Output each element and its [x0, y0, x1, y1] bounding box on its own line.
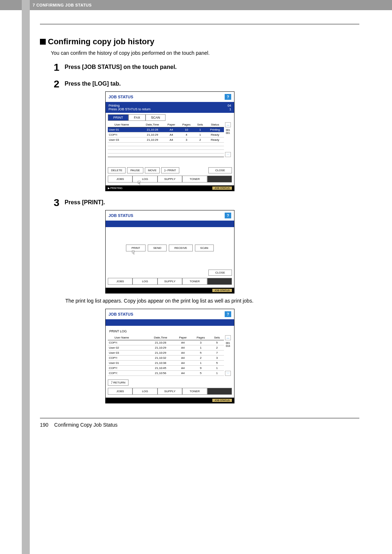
cell: Ready — [206, 132, 224, 138]
cell: User 03 — [108, 350, 147, 356]
table-row — [108, 153, 224, 157]
cell: A4 — [174, 340, 192, 345]
job-status-button[interactable]: JOB STATUS — [212, 399, 232, 402]
cell: 1 — [194, 132, 206, 138]
cell: 3 — [192, 340, 210, 345]
cell: A4 — [164, 138, 179, 143]
table-row[interactable]: User 0221,10:29A412 — [108, 345, 224, 350]
close-button[interactable]: CLOSE — [208, 167, 232, 173]
help-icon[interactable]: ? — [225, 94, 231, 100]
cell: A4 — [174, 350, 192, 356]
print-button[interactable]: ▷ PRINT — [161, 167, 179, 173]
section-heading: Confirming copy job history — [40, 37, 359, 46]
job-table: User Name Date,Time Paper Pages Sets Sta… — [108, 122, 224, 157]
cell: 21,10:32 — [147, 356, 174, 361]
cell: 1 — [192, 361, 210, 366]
btab-log[interactable]: LOG — [132, 388, 157, 395]
help-icon[interactable]: ? — [225, 213, 231, 218]
step-2: 2 Press the [LOG] tab. — [54, 79, 359, 89]
tab-print[interactable]: PRINT — [108, 114, 128, 121]
tab-fax[interactable]: FAX — [128, 114, 146, 121]
section-intro: You can confirm the history of copy jobs… — [51, 50, 359, 56]
delete-button[interactable]: DELETE — [108, 167, 126, 173]
cell: 3 — [210, 356, 224, 361]
cell: 9 — [192, 366, 210, 371]
cell: A4 — [164, 132, 179, 138]
scroll-up-icon[interactable]: ︿ — [225, 122, 231, 127]
close-button[interactable]: CLOSE — [208, 270, 232, 276]
col-paper: Paper — [164, 122, 179, 127]
step-1: 1 Press [JOB STATUS] on the touch panel. — [54, 62, 359, 73]
cell: 7 — [210, 350, 224, 356]
cell: 4 — [179, 132, 194, 138]
cell: 10 — [179, 127, 194, 132]
page-number: 190 — [40, 422, 48, 428]
btab-supply[interactable]: SUPPLY — [158, 278, 182, 285]
screenshot-print-log: JOB STATUS ? PRINT LOG User Name Date,Ti… — [105, 309, 234, 403]
scroll-down-icon[interactable]: ﹀ — [225, 152, 231, 157]
cell: 21,10:29 — [147, 350, 174, 356]
col-paper: Paper — [174, 335, 192, 340]
help-icon[interactable]: ? — [225, 311, 231, 317]
col-datetime: Date,Time — [141, 122, 164, 127]
log-table: User Name Date,Time Paper Pages Sets COP… — [108, 335, 224, 376]
btab-blank — [207, 388, 232, 395]
move-button[interactable]: MOVE — [145, 167, 160, 173]
cell: 21,10:29 — [141, 138, 164, 143]
scroll-up-icon[interactable]: ︿ — [225, 335, 231, 340]
step-3: 3 Press [PRINT]. — [54, 198, 359, 208]
table-row[interactable]: User 03 21,10:29 A4 3 2 Ready — [108, 138, 224, 143]
send-button[interactable]: SEND — [148, 245, 167, 251]
job-status-button[interactable]: JOB STATUS — [212, 186, 232, 190]
chapter-header: 7 CONFIRMING JOB STATUS — [0, 0, 392, 10]
status-line2: Press JOB STATUS to return — [109, 107, 151, 111]
table-row[interactable]: User 0121,10:38A415 — [108, 361, 224, 366]
screenshot-log-tab: JOB STATUS ? Printing Press JOB STATUS t… — [105, 91, 234, 191]
cell: COPY: — [108, 340, 147, 345]
tab-scan[interactable]: SCAN — [146, 114, 166, 121]
cell: A4 — [174, 366, 192, 371]
return-button[interactable]: ⤴ RETURN — [108, 379, 128, 386]
table-row[interactable]: COPY:21,10:32A423 — [108, 356, 224, 361]
cell: COPY: — [108, 356, 147, 361]
table-row[interactable]: COPY: 21,10:29 A4 4 1 Ready — [108, 132, 224, 138]
print-button[interactable]: PRINT☟ — [126, 245, 146, 251]
cell: User 02 — [108, 345, 147, 350]
table-row[interactable]: User 01 21,10:28 A4 10 1 Printing — [108, 127, 224, 132]
cell: COPY: — [108, 132, 141, 138]
receive-button[interactable]: RECEIVE — [169, 245, 192, 251]
job-status-button[interactable]: JOB STATUS — [212, 289, 232, 292]
col-sets: Sets — [194, 122, 206, 127]
cell: A4 — [174, 356, 192, 361]
scroll-down-icon[interactable]: ﹀ — [225, 371, 231, 376]
pause-button[interactable]: PAUSE — [127, 167, 143, 173]
btab-toner[interactable]: TONER — [182, 388, 207, 395]
btab-jobs[interactable]: JOBS — [108, 176, 132, 182]
screenshot-title: JOB STATUS — [109, 95, 133, 99]
cell: 21,10:56 — [147, 371, 174, 376]
btab-log[interactable]: LOG☟ — [132, 176, 157, 182]
btab-toner[interactable]: TONER — [182, 278, 207, 285]
col-pages: Pages — [179, 122, 194, 127]
btab-supply[interactable]: SUPPLY — [158, 388, 182, 395]
cell: 1 — [194, 127, 206, 132]
table-row[interactable]: User 0321,10:29A457 — [108, 350, 224, 356]
cell: 5 — [210, 361, 224, 366]
btab-toner[interactable]: TONER — [182, 176, 207, 182]
cell: A4 — [174, 361, 192, 366]
btab-jobs[interactable]: JOBS — [108, 388, 132, 395]
section-title: Confirming copy job history — [48, 37, 154, 46]
page-indicator: 001 001 — [226, 127, 230, 136]
cell: User 01 — [108, 127, 141, 132]
btab-jobs[interactable]: JOBS — [108, 278, 132, 285]
btab-log[interactable]: LOG — [132, 278, 157, 285]
scan-button[interactable]: SCAN — [195, 245, 214, 251]
table-row[interactable]: COPY:21,10:56A451 — [108, 371, 224, 376]
cell: 21,10:38 — [147, 361, 174, 366]
btab-supply[interactable]: SUPPLY — [158, 176, 182, 182]
col-user: User Name — [108, 335, 147, 340]
table-row[interactable]: COPY:21,10:28A435 — [108, 340, 224, 345]
cell: 21,10:28 — [147, 340, 174, 345]
col-pages: Pages — [192, 335, 210, 340]
table-row[interactable]: COPY:21,10:45A491 — [108, 366, 224, 371]
